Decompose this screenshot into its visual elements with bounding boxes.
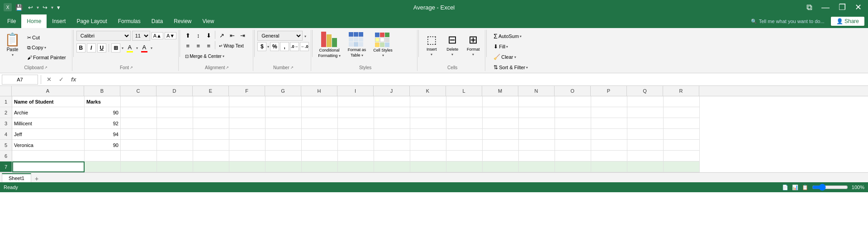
currency-dropdown[interactable]: ▾ [267, 45, 269, 49]
col-header-e[interactable]: E [193, 86, 229, 96]
redo-dropdown[interactable]: ▾ [51, 5, 53, 10]
menu-view[interactable]: View [197, 14, 220, 28]
cell-styles-button[interactable]: Cell Styles ▾ [370, 33, 395, 57]
cell-k2[interactable] [410, 107, 446, 118]
zoom-slider[interactable] [812, 184, 848, 191]
cell-p2[interactable] [591, 107, 627, 118]
indent-increase-button[interactable]: ⇥ [237, 31, 247, 40]
paste-button[interactable]: 📋 Paste ▾ [2, 31, 23, 60]
cell-r7[interactable] [664, 161, 700, 172]
format-as-table-button[interactable]: Format as Table ▾ [345, 33, 369, 57]
cell-q2[interactable] [627, 107, 664, 118]
cell-l4[interactable] [446, 129, 483, 140]
cut-button[interactable]: ✂ Cut [25, 33, 68, 42]
cell-f6[interactable] [229, 151, 266, 161]
cell-h3[interactable] [302, 118, 338, 129]
cell-j2[interactable] [374, 107, 410, 118]
cell-g5[interactable] [266, 140, 302, 151]
cell-d3[interactable] [157, 118, 193, 129]
cell-g1[interactable] [266, 96, 302, 107]
cell-d6[interactable] [157, 151, 193, 161]
cell-g7[interactable] [266, 161, 302, 172]
cell-q3[interactable] [627, 118, 664, 129]
cell-g3[interactable] [266, 118, 302, 129]
cell-a3[interactable]: Millicent [12, 118, 85, 129]
cell-b4[interactable]: 94 [85, 129, 121, 140]
delete-dropdown[interactable]: ▾ [451, 52, 453, 57]
cell-i2[interactable] [338, 107, 374, 118]
clear-button[interactable]: 🧹 Clear ▾ [491, 52, 556, 62]
formula-input[interactable] [81, 75, 866, 85]
cell-i3[interactable] [338, 118, 374, 129]
fill-color-button[interactable]: A [125, 43, 135, 53]
col-header-h[interactable]: H [301, 86, 337, 96]
normal-view-button[interactable]: 📄 [782, 185, 788, 190]
cell-m1[interactable] [483, 96, 519, 107]
border-button[interactable]: ⊞ [111, 43, 120, 52]
cell-h7[interactable] [302, 161, 338, 172]
add-sheet-button[interactable]: + [35, 175, 38, 182]
cell-m5[interactable] [483, 140, 519, 151]
cell-a4[interactable]: Jeff [12, 129, 85, 140]
cell-n4[interactable] [519, 129, 555, 140]
cell-e2[interactable] [193, 107, 229, 118]
cell-l1[interactable] [446, 96, 483, 107]
cell-n6[interactable] [519, 151, 555, 161]
row-header-4[interactable]: 4 [0, 129, 12, 140]
font-size-decrease-button[interactable]: A▼ [165, 32, 176, 39]
paste-dropdown-arrow[interactable]: ▾ [12, 53, 14, 57]
cell-c2[interactable] [121, 107, 157, 118]
cell-i7[interactable] [338, 161, 374, 172]
redo-button[interactable]: ↪ [41, 3, 49, 12]
cell-d2[interactable] [157, 107, 193, 118]
align-middle-button[interactable]: ↕ [193, 31, 203, 40]
formula-cancel-button[interactable]: ✕ [44, 75, 54, 84]
font-color-button[interactable]: A [139, 43, 149, 53]
menu-review[interactable]: Review [168, 14, 197, 28]
number-format-dropdown[interactable]: ▾ [304, 34, 306, 38]
cell-d5[interactable] [157, 140, 193, 151]
decimal-decrease-button[interactable]: ←.0 [300, 42, 309, 51]
cell-e3[interactable] [193, 118, 229, 129]
cell-j5[interactable] [374, 140, 410, 151]
cell-q1[interactable] [627, 96, 664, 107]
cell-f7[interactable] [229, 161, 266, 172]
cell-l2[interactable] [446, 107, 483, 118]
italic-button[interactable]: I [87, 43, 96, 52]
cell-m4[interactable] [483, 129, 519, 140]
cell-m2[interactable] [483, 107, 519, 118]
col-header-a[interactable]: A [12, 86, 84, 96]
row-header-7[interactable]: 7 [0, 161, 12, 172]
cell-o6[interactable] [555, 151, 591, 161]
cell-o1[interactable] [555, 96, 591, 107]
cell-f1[interactable] [229, 96, 266, 107]
format-dropdown[interactable]: ▾ [472, 52, 474, 57]
cell-p1[interactable] [591, 96, 627, 107]
autosum-button[interactable]: Σ AutoSum ▾ [491, 32, 556, 41]
align-center-button[interactable]: ≡ [193, 41, 203, 50]
cell-q4[interactable] [627, 129, 664, 140]
cell-c1[interactable] [121, 96, 157, 107]
cell-k6[interactable] [410, 151, 446, 161]
underline-button[interactable]: U [97, 43, 106, 52]
cell-d1[interactable] [157, 96, 193, 107]
sort-dropdown[interactable]: ▾ [526, 66, 528, 70]
cell-n2[interactable] [519, 107, 555, 118]
undo-dropdown[interactable]: ▾ [37, 5, 39, 10]
conditional-formatting-button[interactable]: Conditional Formatting ▾ [315, 33, 343, 57]
cell-q5[interactable] [627, 140, 664, 151]
row-header-3[interactable]: 3 [0, 118, 12, 129]
cell-i4[interactable] [338, 129, 374, 140]
cs-dropdown[interactable]: ▾ [382, 53, 384, 57]
cell-g4[interactable] [266, 129, 302, 140]
font-color-dropdown[interactable]: ▾ [151, 46, 152, 50]
undo-button[interactable]: ↩ [26, 3, 35, 12]
cell-o5[interactable] [555, 140, 591, 151]
cell-reference-box[interactable] [2, 75, 38, 85]
cell-p5[interactable] [591, 140, 627, 151]
cell-k4[interactable] [410, 129, 446, 140]
cell-o3[interactable] [555, 118, 591, 129]
format-button[interactable]: ⊞ Format ▾ [463, 33, 483, 57]
menu-file[interactable]: File [2, 14, 21, 28]
col-header-n[interactable]: N [518, 86, 555, 96]
